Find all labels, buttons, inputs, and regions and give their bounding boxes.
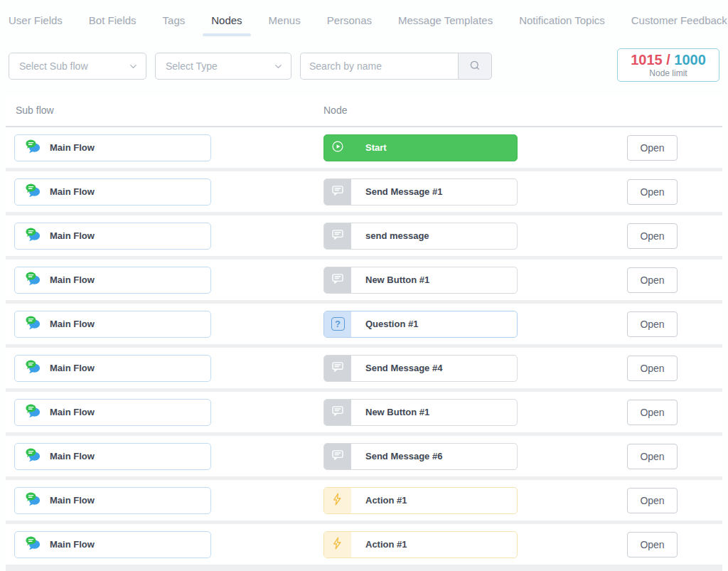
tab-menus[interactable]: Menus [269, 14, 301, 26]
table-row: Main Flow [6, 260, 722, 300]
message-bubble-icon [331, 360, 345, 377]
open-button[interactable]: Open [627, 223, 678, 249]
node-icon-section [324, 179, 351, 205]
node-limit-badge: 1015 / 1000 Node limit [617, 48, 719, 82]
subflow-label: Main Flow [50, 495, 95, 506]
open-button[interactable]: Open [627, 400, 678, 425]
type-select-placeholder: Select Type [166, 60, 218, 72]
top-tab-bar: User Fields Bot Fields Tags Nodes Menus … [0, 0, 728, 40]
node-icon-section [324, 223, 351, 249]
node-chip-question: ? Question #1 [323, 311, 518, 338]
open-button[interactable]: Open [627, 135, 678, 161]
message-bubble-icon [331, 272, 345, 289]
chat-bubbles-icon [25, 271, 41, 289]
column-header-node: Node [315, 105, 611, 116]
node-limit-separator: / [663, 52, 675, 68]
subflow-chip: Main Flow [14, 267, 211, 294]
node-limit-numbers: 1015 / 1000 [618, 51, 719, 68]
subflow-chip: Main Flow [14, 178, 211, 206]
subflow-select[interactable]: Select Sub flow [9, 53, 146, 80]
open-button[interactable]: Open [627, 532, 678, 557]
subflow-label: Main Flow [50, 407, 95, 417]
chat-bubbles-icon [25, 183, 41, 201]
node-icon-section [324, 135, 351, 161]
open-button[interactable]: Open [627, 179, 678, 205]
node-label: Send Message #6 [365, 451, 442, 461]
table-row: Main Flow Start [6, 127, 722, 168]
node-icon-section [324, 444, 351, 469]
table-row: Main Flow [6, 436, 722, 476]
tab-nodes[interactable]: Nodes [211, 14, 242, 26]
chat-bubbles-icon [25, 315, 41, 333]
subflow-label: Main Flow [50, 451, 95, 461]
subflow-chip: Main Flow [14, 443, 211, 470]
play-circle-icon [331, 139, 345, 156]
node-label: New Button #1 [365, 274, 429, 285]
tab-label: Customer Feedback Topics [631, 14, 728, 26]
tab-label: Personas [327, 14, 372, 26]
chat-bubbles-icon [25, 447, 41, 466]
chat-bubbles-icon [25, 535, 41, 554]
subflow-chip: Main Flow [14, 487, 211, 514]
search-input[interactable] [300, 53, 458, 80]
node-chip-action: Action #1 [323, 531, 518, 558]
nodes-table: Sub flow Node [6, 95, 722, 571]
node-limit-total: 1000 [674, 52, 706, 68]
tab-label: Message Templates [398, 14, 493, 26]
subflow-chip: Main Flow [14, 399, 211, 426]
open-button[interactable]: Open [627, 311, 678, 337]
tab-notification-topics[interactable]: Notification Topics [519, 14, 605, 26]
open-button[interactable]: Open [627, 356, 678, 381]
tab-message-templates[interactable]: Message Templates [398, 14, 493, 26]
node-icon-section [324, 532, 351, 557]
search-icon [469, 59, 481, 74]
filter-bar: Select Sub flow Select Type 1015 / 1000 … [0, 40, 728, 82]
search-button[interactable] [458, 53, 492, 80]
subflow-chip: Main Flow [14, 355, 211, 382]
node-label: Start [365, 142, 387, 153]
search-group [300, 53, 492, 80]
node-limit-label: Node limit [618, 68, 719, 79]
node-icon-section [324, 488, 351, 513]
node-icon-section [324, 356, 351, 381]
node-label: Send Message #1 [365, 186, 442, 197]
question-mark-icon: ? [331, 317, 345, 331]
tab-bot-fields[interactable]: Bot Fields [89, 14, 136, 26]
open-button[interactable]: Open [627, 488, 678, 513]
tab-label: User Fields [9, 14, 63, 26]
open-button[interactable]: Open [627, 267, 678, 293]
tab-customer-feedback-topics[interactable]: Customer Feedback Topics [631, 14, 728, 26]
tab-label: Notification Topics [519, 14, 605, 26]
node-chip-message: Send Message #6 [323, 443, 518, 470]
subflow-label: Main Flow [50, 274, 95, 285]
tab-label: Tags [163, 14, 186, 26]
open-button[interactable]: Open [627, 444, 678, 469]
subflow-label: Main Flow [50, 186, 95, 197]
subflow-chip: Main Flow [14, 531, 211, 558]
tab-tags[interactable]: Tags [163, 14, 186, 26]
node-chip-message: Send Message #1 [323, 178, 518, 206]
message-bubble-icon [331, 448, 345, 465]
tab-user-fields[interactable]: User Fields [9, 14, 63, 26]
node-chip-message: Send Message #4 [323, 355, 518, 382]
message-bubble-icon [331, 183, 345, 201]
type-select[interactable]: Select Type [155, 53, 291, 80]
node-label: New Button #1 [365, 407, 429, 417]
lightning-bolt-icon [331, 492, 345, 509]
column-header-subflow: Sub flow [6, 105, 315, 116]
subflow-label: Main Flow [50, 319, 95, 329]
table-row: Main Flow ? Question #1 Open [6, 304, 722, 344]
tab-label: Nodes [211, 14, 242, 26]
subflow-label: Main Flow [50, 539, 95, 550]
lightning-bolt-icon [331, 536, 345, 553]
chat-bubbles-icon [25, 359, 41, 378]
subflow-label: Main Flow [50, 363, 95, 373]
table-row: Main Flow Action #1 Open [6, 480, 722, 521]
node-chip-message: New Button #1 [323, 267, 518, 294]
subflow-label: Main Flow [50, 230, 95, 241]
subflow-chip: Main Flow [14, 311, 211, 338]
chevron-down-icon [128, 61, 139, 74]
tab-label: Bot Fields [89, 14, 136, 26]
tab-personas[interactable]: Personas [327, 14, 372, 26]
node-icon-section: ? [324, 311, 351, 337]
